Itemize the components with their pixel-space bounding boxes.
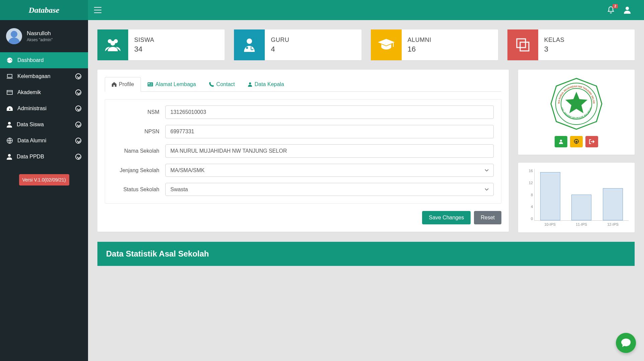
stat-card-alumni[interactable]: ALUMNI16 — [371, 29, 498, 60]
svg-point-12 — [246, 47, 248, 49]
save-button[interactable]: Save Changes — [422, 211, 471, 224]
jenjang-label: Jenjang Sekolah — [112, 167, 159, 173]
user-icon — [7, 154, 12, 160]
stat-header: Data Statistik Asal Sekolah — [97, 242, 635, 266]
svg-rect-3 — [7, 90, 12, 94]
chevron-down-icon — [75, 105, 81, 112]
reset-button[interactable]: Reset — [474, 211, 501, 224]
svg-point-7 — [8, 154, 11, 157]
user-icon — [248, 82, 252, 87]
card-icon — [7, 90, 13, 95]
sidebar-item-label: Kelembagaan — [17, 73, 71, 79]
nsm-label: NSM — [112, 109, 159, 115]
stat-title: GURU — [271, 37, 289, 44]
chevron-down-icon — [75, 89, 81, 95]
tab-label: Data Kepala — [254, 81, 284, 87]
address-icon — [148, 82, 153, 86]
user-icon — [559, 139, 563, 144]
svg-point-5 — [8, 122, 11, 125]
notification-badge: 2 — [613, 4, 618, 8]
stat-value: 16 — [408, 45, 431, 54]
svg-rect-13 — [517, 39, 526, 48]
signin-icon — [589, 139, 594, 144]
sidebar-item-kelembagaan[interactable]: Kelembagaan — [0, 68, 88, 84]
svg-point-11 — [247, 39, 252, 44]
svg-point-4 — [9, 109, 10, 110]
sidebar-item-label: Administrasi — [17, 105, 71, 112]
stat-value: 34 — [134, 45, 154, 54]
notifications-button[interactable]: 2 — [607, 6, 615, 14]
nsm-input[interactable] — [165, 105, 494, 119]
tab-data-kepala[interactable]: Data Kepala — [241, 77, 291, 91]
svg-rect-16 — [148, 83, 150, 84]
status-select[interactable]: Swasta — [165, 183, 494, 196]
logo-panel: MA NURUL MUJAHIDAH NW TANJUNG SELOR KEC.… — [518, 70, 635, 155]
logo-user-button[interactable] — [555, 136, 567, 147]
sidebar-item-label: Dashboard — [17, 57, 81, 63]
sidebar-item-label: Akademik — [17, 89, 71, 95]
user-menu[interactable] — [624, 6, 631, 14]
sidebar-item-label: Data PPDB — [17, 154, 71, 160]
chart-panel: 161284010-IPS11-IPS12-IPS — [518, 163, 635, 232]
tabs: Profile Alamat Lembaga Contact Data Kepa… — [105, 77, 501, 92]
sidebar-item-administrasi[interactable]: Administrasi — [0, 100, 88, 117]
user-icon — [624, 6, 631, 14]
school-logo: MA NURUL MUJAHIDAH NW TANJUNG SELOR KEC.… — [550, 77, 603, 131]
status-label: Status Sekolah — [112, 187, 159, 193]
sidebar-item-data-siswa[interactable]: Data Siswa — [0, 117, 88, 133]
brand-logo[interactable]: Database — [0, 0, 88, 20]
npsn-input[interactable] — [165, 125, 494, 138]
user-icon — [7, 122, 12, 128]
gear-icon — [574, 139, 579, 144]
profile-panel: Profile Alamat Lembaga Contact Data Kepa… — [97, 70, 509, 232]
nama-label: Nama Sekolah — [112, 148, 159, 154]
tab-label: Contact — [216, 81, 235, 87]
version-badge: Versi V.1.0(02/09/21) — [19, 174, 69, 186]
svg-point-24 — [576, 141, 577, 143]
tab-profile[interactable]: Profile — [105, 77, 141, 92]
sidebar-item-dashboard[interactable]: Dashboard — [0, 52, 88, 68]
gauge-icon — [7, 106, 13, 111]
chevron-down-icon — [75, 122, 81, 128]
sidebar-item-data-alumni[interactable]: Data Alumni — [0, 133, 88, 149]
svg-point-23 — [560, 140, 562, 142]
stat-card-kelas[interactable]: KELAS3 — [507, 29, 635, 60]
sidebar: Nasrulloh Akses "admin" Dashboard Kelemb… — [0, 20, 88, 275]
user-name: Nasrulloh — [27, 30, 53, 37]
svg-point-0 — [626, 7, 629, 10]
laptop-icon — [7, 74, 13, 79]
sidebar-item-akademik[interactable]: Akademik — [0, 84, 88, 100]
stat-title: SISWA — [134, 37, 154, 44]
tab-alamat[interactable]: Alamat Lembaga — [141, 77, 203, 91]
main-content: SISWA34 GURU4 ALUMNI16 KELAS3 — [88, 20, 644, 275]
home-icon — [112, 82, 116, 87]
avatar — [6, 28, 22, 44]
graduation-icon — [371, 29, 402, 60]
logo-logout-button[interactable] — [585, 136, 598, 147]
tab-contact[interactable]: Contact — [203, 77, 241, 91]
npsn-label: NPSN — [112, 129, 159, 135]
stat-card-guru[interactable]: GURU4 — [234, 29, 361, 60]
sidebar-item-label: Data Siswa — [17, 122, 71, 128]
doctor-icon — [234, 29, 265, 60]
user-role: Akses "admin" — [27, 38, 53, 42]
sidebar-item-label: Data Alumni — [17, 138, 71, 144]
logo-settings-button[interactable] — [570, 136, 583, 147]
svg-point-10 — [110, 41, 115, 46]
chevron-down-icon — [75, 138, 81, 144]
svg-text:KEC. TANJUNG SELOR KAB. BULUNG: KEC. TANJUNG SELOR KAB. BULUNGAN — [561, 107, 592, 119]
svg-rect-14 — [520, 42, 529, 51]
jenjang-select[interactable]: MA/SMA/SMK — [165, 164, 494, 177]
stat-value: 4 — [271, 45, 289, 54]
tab-label: Alamat Lembaga — [155, 81, 196, 87]
chart-bar — [603, 188, 623, 220]
copy-icon — [507, 29, 538, 60]
stat-card-siswa[interactable]: SISWA34 — [97, 29, 225, 60]
sidebar-toggle[interactable] — [88, 7, 107, 13]
tab-label: Profile — [119, 81, 134, 87]
users-icon — [97, 29, 128, 60]
stat-value: 3 — [544, 45, 565, 54]
nama-sekolah-input[interactable] — [165, 144, 494, 158]
menu-icon — [94, 7, 101, 13]
sidebar-item-data-ppdb[interactable]: Data PPDB — [0, 149, 88, 165]
